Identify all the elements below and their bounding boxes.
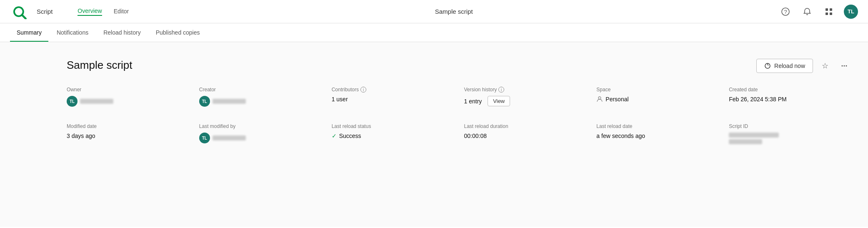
meta-label-creator: Creator xyxy=(199,87,322,93)
meta-label-modified-date: Modified date xyxy=(67,123,189,129)
svg-rect-7 xyxy=(825,13,828,15)
meta-item-creator: Creator TL xyxy=(199,87,322,107)
meta-item-contributors: Contributors i 1 user xyxy=(332,87,454,107)
last-modified-by-avatar: TL xyxy=(199,133,210,143)
view-version-history-button[interactable]: View xyxy=(488,96,510,106)
star-button[interactable]: ☆ xyxy=(818,59,832,73)
svg-rect-5 xyxy=(825,8,828,11)
meta-value-last-reload-date: a few seconds ago xyxy=(596,133,719,139)
notifications-button[interactable] xyxy=(800,5,814,18)
bell-icon xyxy=(803,8,811,16)
meta-label-contributors: Contributors i xyxy=(332,87,454,93)
help-button[interactable]: ? xyxy=(779,5,792,18)
meta-value-last-modified-by: TL xyxy=(199,133,322,143)
script-id-line2 xyxy=(729,139,762,144)
meta-label-last-reload-date: Last reload date xyxy=(596,123,719,129)
creator-name xyxy=(213,99,246,104)
meta-label-owner: Owner xyxy=(67,87,189,93)
meta-item-created-date: Created date Feb 26, 2024 5:38 PM xyxy=(729,87,851,107)
meta-item-script-id: Script ID xyxy=(729,123,851,144)
tab-reload-history[interactable]: Reload history xyxy=(97,23,148,42)
meta-item-last-reload-duration: Last reload duration 00:00:08 xyxy=(464,123,587,144)
reload-now-button[interactable]: Reload now xyxy=(756,59,813,73)
svg-line-2 xyxy=(22,15,26,18)
version-history-info-icon: i xyxy=(498,87,504,93)
owner-avatar: TL xyxy=(67,96,78,107)
meta-label-last-modified-by: Last modified by xyxy=(199,123,322,129)
meta-grid-row1: Owner TL Creator TL Contributors i 1 use… xyxy=(67,87,851,107)
personal-space-icon xyxy=(596,96,603,103)
svg-point-12 xyxy=(846,65,847,67)
meta-value-owner: TL xyxy=(67,96,189,107)
reload-now-label: Reload now xyxy=(774,63,805,69)
top-nav: Script Overview Editor Sample script ? xyxy=(0,0,868,23)
meta-value-version-history: 1 entry View xyxy=(464,96,587,106)
meta-item-last-modified-by: Last modified by TL xyxy=(199,123,322,144)
apps-icon xyxy=(825,8,833,16)
meta-grid-row2: Modified date 3 days ago Last modified b… xyxy=(67,123,851,144)
svg-text:?: ? xyxy=(784,9,787,15)
more-icon xyxy=(840,62,848,70)
meta-value-space: Personal xyxy=(596,96,719,103)
svg-point-11 xyxy=(844,65,845,67)
svg-point-13 xyxy=(598,97,601,99)
meta-value-created-date: Feb 26, 2024 5:38 PM xyxy=(729,96,851,103)
meta-label-last-reload-status: Last reload status xyxy=(332,123,454,129)
meta-item-last-reload-date: Last reload date a few seconds ago xyxy=(596,123,719,144)
last-modified-by-name xyxy=(213,135,246,140)
tab-notifications[interactable]: Notifications xyxy=(50,23,95,42)
svg-rect-8 xyxy=(830,13,832,15)
svg-rect-6 xyxy=(830,8,832,11)
more-button[interactable] xyxy=(837,59,851,73)
meta-value-last-reload-status: ✓ Success xyxy=(332,133,454,139)
meta-label-last-reload-duration: Last reload duration xyxy=(464,123,587,129)
meta-label-space: Space xyxy=(596,87,719,93)
meta-value-creator: TL xyxy=(199,96,322,107)
meta-value-modified-date: 3 days ago xyxy=(67,133,189,139)
tab-bar: Summary Notifications Reload history Pub… xyxy=(0,23,868,42)
center-title: Sample script xyxy=(129,8,779,15)
nav-links: Overview Editor xyxy=(78,8,129,16)
meta-item-owner: Owner TL xyxy=(67,87,189,107)
actions-row: Reload now ☆ xyxy=(756,59,851,73)
creator-avatar: TL xyxy=(199,96,210,107)
help-icon: ? xyxy=(781,8,790,16)
meta-value-contributors: 1 user xyxy=(332,96,454,103)
apps-button[interactable] xyxy=(822,5,835,18)
meta-value-last-reload-duration: 00:00:08 xyxy=(464,133,587,139)
meta-label-created-date: Created date xyxy=(729,87,851,93)
svg-point-10 xyxy=(842,65,843,67)
nav-actions: ? TL xyxy=(779,5,858,19)
nav-link-overview[interactable]: Overview xyxy=(78,8,102,16)
user-avatar[interactable]: TL xyxy=(844,5,858,19)
reload-icon xyxy=(764,63,771,69)
success-check-icon: ✓ xyxy=(332,133,337,139)
tab-summary[interactable]: Summary xyxy=(10,23,48,42)
meta-item-version-history: Version history i 1 entry View xyxy=(464,87,587,107)
logo-area: Script xyxy=(10,4,64,19)
meta-value-script-id xyxy=(729,133,851,144)
meta-item-space: Space Personal xyxy=(596,87,719,107)
tab-published-copies[interactable]: Published copies xyxy=(149,23,207,42)
meta-label-version-history: Version history i xyxy=(464,87,587,93)
owner-name xyxy=(80,99,113,104)
qlik-logo-icon xyxy=(10,4,32,19)
nav-link-editor[interactable]: Editor xyxy=(114,8,129,15)
meta-item-last-reload-status: Last reload status ✓ Success xyxy=(332,123,454,144)
main-content: Sample script Reload now ☆ Owner TL xyxy=(0,42,868,227)
script-id-line1 xyxy=(729,133,779,138)
page-title: Sample script xyxy=(67,59,851,72)
meta-label-script-id: Script ID xyxy=(729,123,851,129)
meta-item-modified-date: Modified date 3 days ago xyxy=(67,123,189,144)
section-label: Script xyxy=(37,8,53,15)
contributors-info-icon: i xyxy=(360,87,366,93)
